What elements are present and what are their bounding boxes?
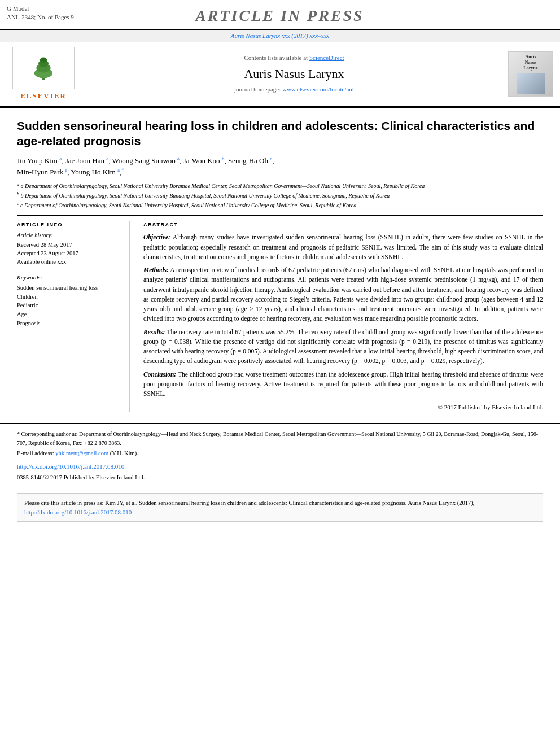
keyword-2: Children — [17, 292, 121, 302]
citation-banner: Auris Nasus Larynx xxx (2017) xxx–xxx — [0, 30, 560, 42]
article-in-press-label: ARTICLE IN PRESS — [74, 5, 485, 27]
citation-doi-link[interactable]: http://dx.doi.org/10.1016/j.anl.2017.08.… — [24, 509, 132, 516]
keyword-4: Age — [17, 310, 121, 319]
affiliation-b: b b Department of Otorhinolaryngology, S… — [17, 191, 543, 200]
journal-center: Contents lists available at ScienceDirec… — [91, 54, 497, 94]
star-label: * Corresponding author at: Department of… — [17, 431, 538, 446]
corresponding-author-note: * Corresponding author at: Department of… — [17, 430, 543, 448]
keywords-label: Keywords: — [17, 274, 121, 282]
keywords-block: Keywords: Sudden sensorineural hearing l… — [17, 274, 121, 327]
keyword-1: Sudden sensorineural hearing loss — [17, 283, 121, 292]
header-top: G Model ANL-2348; No. of Pages 9 ARTICLE… — [0, 0, 560, 30]
main-content: Sudden sensorineural hearing loss in chi… — [0, 108, 560, 418]
elsevier-logo-image — [12, 47, 75, 89]
citation-box: Please cite this article in press as: Ki… — [17, 493, 543, 522]
available-date: Available online xxx — [17, 258, 121, 267]
journal-homepage: journal homepage: www.elsevier.com/locat… — [91, 85, 497, 94]
keyword-5: Prognosis — [17, 319, 121, 328]
abstract-objective: Objective: Although many studies have in… — [143, 233, 543, 262]
footer: * Corresponding author at: Department of… — [0, 423, 560, 488]
email-line: E-mail address: yhkiment@gmail.com (Y.H.… — [17, 449, 543, 458]
copyright-notice: © 2017 Published by Elsevier Ireland Ltd… — [143, 403, 543, 412]
elsevier-tree-icon — [27, 55, 60, 81]
journal-header: ELSEVIER Contents lists available at Sci… — [0, 42, 560, 107]
history-block: Article history: Received 28 May 2017 Ac… — [17, 231, 121, 266]
article-info-column: ARTICLE INFO Article history: Received 2… — [17, 221, 130, 412]
content-divider — [17, 215, 543, 216]
article-info-heading: ARTICLE INFO — [17, 221, 121, 229]
elsevier-logo: ELSEVIER — [7, 47, 80, 101]
copyright-line: 0385-8146/© 2017 Published by Elsevier I… — [17, 474, 543, 482]
doi-link[interactable]: http://dx.doi.org/10.1016/j.anl.2017.08.… — [17, 463, 124, 470]
two-column-layout: ARTICLE INFO Article history: Received 2… — [17, 221, 543, 412]
conclusion-label: Conclusion: — [143, 371, 176, 378]
affiliation-a: a a Department of Otorhinolaryngology, S… — [17, 182, 543, 190]
results-label: Results: — [143, 329, 165, 335]
objective-label: Objective: — [143, 234, 170, 241]
abstract-text: Objective: Although many studies have in… — [143, 233, 543, 399]
keyword-3: Pediatric — [17, 301, 121, 310]
elsevier-text: ELSEVIER — [20, 91, 67, 101]
model-info: G Model ANL-2348; No. of Pages 9 — [7, 5, 74, 22]
abstract-results: Results: The recovery rate in total 67 p… — [143, 327, 543, 366]
authors-line: Jin Youp Kim a, Jae Joon Han a, Woong Sa… — [17, 155, 543, 177]
abstract-conclusion: Conclusion: The childhood group had wors… — [143, 370, 543, 399]
affiliation-c: c c Department of Otorhinolaryngology, S… — [17, 201, 543, 209]
keywords-list: Sudden sensorineural hearing loss Childr… — [17, 283, 121, 328]
contents-label: Contents lists available at ScienceDirec… — [91, 54, 497, 62]
email-link[interactable]: yhkiment@gmail.com — [55, 450, 108, 456]
journal-url[interactable]: www.elsevier.com/locate/anl — [282, 86, 354, 93]
abstract-heading: ABSTRACT — [143, 221, 543, 229]
abstract-methods: Methods: A retrospective review of medic… — [143, 265, 543, 324]
affiliations: a a Department of Otorhinolaryngology, S… — [17, 182, 543, 209]
article-title: Sudden sensorineural hearing loss in chi… — [17, 118, 543, 149]
received-date: Received 28 May 2017 — [17, 241, 121, 250]
page: G Model ANL-2348; No. of Pages 9 ARTICLE… — [0, 0, 560, 747]
methods-label: Methods: — [143, 267, 169, 273]
science-direct-link[interactable]: ScienceDirect — [309, 54, 344, 61]
thumbnail-image — [517, 73, 545, 94]
history-label: Article history: — [17, 231, 121, 240]
doi-line: http://dx.doi.org/10.1016/j.anl.2017.08.… — [17, 461, 543, 471]
journal-thumbnail: AurisNasusLarynx — [508, 51, 553, 97]
accepted-date: Accepted 23 August 2017 — [17, 250, 121, 258]
svg-point-4 — [40, 57, 47, 62]
journal-name: Auris Nasus Larynx — [91, 65, 497, 83]
abstract-column: ABSTRACT Objective: Although many studie… — [143, 221, 543, 412]
